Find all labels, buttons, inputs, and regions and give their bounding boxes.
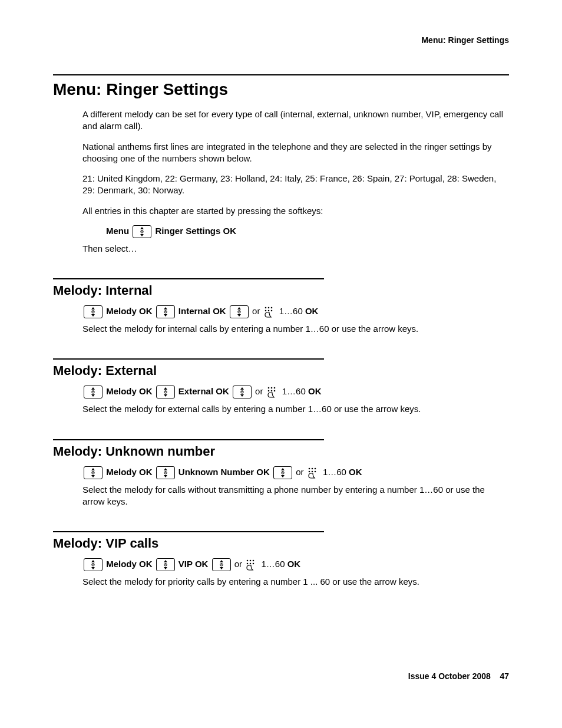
svg-point-36 bbox=[273, 387, 275, 389]
svg-marker-8 bbox=[164, 307, 167, 309]
nav-ok: OK bbox=[308, 386, 322, 396]
intro-p2: National anthems first lines are integra… bbox=[82, 141, 509, 165]
svg-marker-11 bbox=[164, 314, 167, 317]
keypad-icon bbox=[246, 559, 257, 571]
nav-or: or bbox=[252, 306, 260, 316]
then-select: Then select… bbox=[82, 243, 509, 255]
nav-line-vip: Melody OK VIP OK or bbox=[53, 557, 509, 571]
svg-point-72 bbox=[253, 560, 254, 562]
nav-key-icon bbox=[84, 558, 103, 571]
svg-point-20 bbox=[267, 310, 269, 312]
svg-point-52 bbox=[308, 467, 310, 469]
svg-marker-33 bbox=[240, 394, 244, 397]
desc-external: Select the melody for external calls by … bbox=[82, 403, 509, 415]
page-title: Menu: Ringer Settings bbox=[53, 80, 509, 99]
nav-or: or bbox=[234, 559, 242, 569]
svg-marker-62 bbox=[164, 560, 167, 562]
keypad-icon bbox=[308, 467, 319, 479]
intro-p3: 21: United Kingdom, 22: Germany, 23: Hol… bbox=[82, 173, 509, 197]
nav-line-external: Melody OK External OK or bbox=[53, 384, 509, 398]
svg-marker-61 bbox=[91, 567, 95, 569]
page: Menu: Ringer Settings Menu: Ringer Setti… bbox=[0, 0, 562, 728]
svg-marker-65 bbox=[164, 567, 167, 569]
nav-range: 1…60 bbox=[282, 386, 306, 396]
nav-ok: OK bbox=[349, 467, 362, 477]
svg-point-54 bbox=[314, 467, 316, 469]
svg-marker-58 bbox=[91, 560, 95, 562]
desc-block: Select the melody for calls without tran… bbox=[53, 484, 509, 508]
heading-unknown: Melody: Unknown number bbox=[53, 444, 509, 459]
svg-point-38 bbox=[270, 390, 272, 392]
svg-marker-4 bbox=[91, 307, 95, 309]
heading-internal: Melody: Internal bbox=[53, 283, 509, 298]
keypad-icon bbox=[264, 306, 276, 318]
nav-melody-ok: Melody OK bbox=[106, 467, 152, 477]
footer-page-number: 47 bbox=[500, 671, 509, 681]
nav-vip-ok: VIP OK bbox=[178, 559, 209, 569]
section-divider bbox=[53, 531, 324, 532]
desc-vip: Select the melody for priority calls by … bbox=[82, 576, 509, 588]
svg-marker-25 bbox=[91, 394, 95, 397]
heading-external: Melody: External bbox=[53, 363, 509, 378]
nav-key-icon bbox=[84, 305, 103, 318]
nav-melody-ok: Melody OK bbox=[106, 559, 152, 569]
svg-point-73 bbox=[247, 563, 249, 565]
svg-point-39 bbox=[273, 390, 275, 392]
svg-marker-69 bbox=[220, 567, 223, 569]
svg-marker-26 bbox=[164, 387, 167, 390]
svg-marker-43 bbox=[91, 475, 95, 477]
running-header: Menu: Ringer Settings bbox=[53, 35, 509, 45]
keypad-icon bbox=[267, 386, 279, 398]
nav-ok: OK bbox=[305, 306, 319, 316]
nav-key-icon bbox=[156, 558, 175, 571]
svg-point-53 bbox=[311, 467, 313, 469]
intro-p4: All entries in this chapter are started … bbox=[82, 205, 509, 217]
desc-internal: Select the melody for internal calls by … bbox=[82, 323, 509, 335]
svg-point-71 bbox=[250, 560, 252, 562]
page-footer: Issue 4 October 2008 47 bbox=[408, 671, 509, 681]
section-divider bbox=[53, 439, 324, 440]
svg-point-34 bbox=[267, 387, 269, 389]
softkeys-suffix: Ringer Settings OK bbox=[156, 226, 237, 236]
svg-point-17 bbox=[267, 307, 269, 309]
nav-range: 1…60 bbox=[261, 559, 285, 569]
svg-marker-66 bbox=[220, 560, 223, 562]
desc-block: Select the melody for external calls by … bbox=[53, 403, 509, 415]
svg-point-75 bbox=[253, 563, 254, 565]
svg-point-57 bbox=[314, 470, 316, 472]
svg-marker-22 bbox=[91, 387, 95, 390]
svg-marker-40 bbox=[91, 468, 95, 470]
nav-melody-ok: Melody OK bbox=[106, 386, 152, 396]
intro-p1: A different melody can be set for every … bbox=[82, 108, 509, 133]
heading-vip: Melody: VIP calls bbox=[53, 536, 509, 551]
desc-unknown: Select the melody for calls without tran… bbox=[82, 484, 509, 508]
svg-marker-47 bbox=[164, 475, 167, 477]
nav-melody-ok: Melody OK bbox=[106, 306, 152, 316]
svg-marker-12 bbox=[237, 307, 241, 309]
nav-or: or bbox=[255, 386, 263, 396]
nav-key-icon bbox=[84, 386, 103, 398]
nav-line-unknown: Melody OK Unknown Number OK or bbox=[53, 465, 509, 479]
svg-point-37 bbox=[267, 390, 269, 392]
nav-key-icon bbox=[273, 466, 292, 479]
svg-point-74 bbox=[250, 563, 252, 565]
svg-marker-44 bbox=[164, 468, 167, 470]
svg-marker-30 bbox=[240, 387, 244, 390]
svg-marker-7 bbox=[91, 314, 95, 317]
desc-block: Select the melody for priority calls by … bbox=[53, 576, 509, 588]
nav-key-icon bbox=[156, 386, 175, 398]
section-divider bbox=[53, 358, 324, 360]
svg-marker-51 bbox=[281, 475, 285, 477]
svg-marker-3 bbox=[140, 234, 144, 236]
svg-marker-48 bbox=[281, 468, 285, 470]
nav-range: 1…60 bbox=[323, 467, 346, 477]
nav-or: or bbox=[296, 467, 303, 477]
nav-internal-ok: Internal OK bbox=[178, 306, 226, 316]
svg-point-35 bbox=[270, 387, 272, 389]
nav-external-ok: External OK bbox=[178, 386, 229, 396]
svg-point-18 bbox=[270, 307, 272, 309]
nav-key-icon bbox=[156, 466, 175, 479]
svg-point-21 bbox=[270, 310, 272, 312]
nav-key-icon bbox=[84, 466, 103, 479]
softkeys-line: Menu Ringer Settings OK bbox=[82, 225, 509, 238]
